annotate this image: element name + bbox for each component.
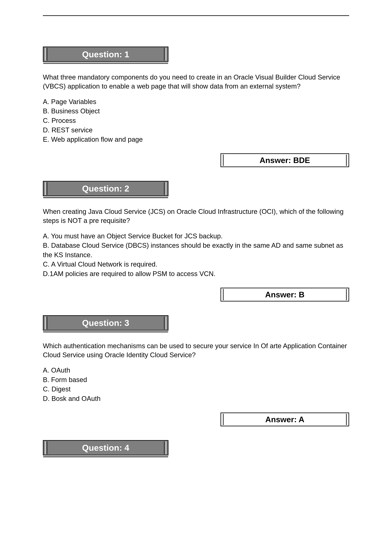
option: D.1AM policies are required to allow PSM… <box>43 269 349 278</box>
question-options: A. You must have an Object Service Bucke… <box>43 231 349 278</box>
answer-box: Answer: B <box>220 288 349 301</box>
option: D. REST service <box>43 125 349 135</box>
question-title: Question: 1 <box>82 49 129 59</box>
page-top-rule <box>43 15 349 16</box>
option: D. Bosk and OAuth <box>43 394 349 403</box>
option: A. OAuth <box>43 365 349 375</box>
option: C. A Virtual Cloud Network is required. <box>43 260 349 269</box>
question-banner: Question: 4 <box>43 440 168 455</box>
question-body: When creating Java Cloud Service (JCS) o… <box>43 207 349 278</box>
question-options: A. OAuth B. Form based C. Digest D. Bosk… <box>43 365 349 403</box>
answer-label: Answer: B <box>265 290 305 299</box>
option: C. Digest <box>43 384 349 394</box>
question-text: What three mandatory components do you n… <box>43 73 349 91</box>
answer-box: Answer: BDE <box>220 153 349 167</box>
question-body: Which authentication mechanisms can be u… <box>43 341 349 403</box>
option: A. You must have an Object Service Bucke… <box>43 231 349 241</box>
question-banner: Question: 2 <box>43 181 168 196</box>
question-title: Question: 3 <box>82 318 129 328</box>
answer-row: Answer: A <box>43 413 349 426</box>
option: B. Database Cloud Service (DBCS) instanc… <box>43 241 349 260</box>
question-text: When creating Java Cloud Service (JCS) o… <box>43 207 349 225</box>
option: B. Form based <box>43 375 349 385</box>
answer-label: Answer: A <box>265 415 304 424</box>
question-title: Question: 2 <box>82 183 129 193</box>
question-body: What three mandatory components do you n… <box>43 73 349 144</box>
answer-row: Answer: B <box>43 288 349 301</box>
question-banner: Question: 1 <box>43 47 168 62</box>
option: B. Business Object <box>43 106 349 116</box>
option: C. Process <box>43 116 349 125</box>
question-options: A. Page Variables B. Business Object C. … <box>43 97 349 144</box>
option: E. Web application flow and page <box>43 135 349 144</box>
question-title: Question: 4 <box>82 443 129 453</box>
option: A. Page Variables <box>43 97 349 106</box>
answer-box: Answer: A <box>220 413 349 426</box>
answer-label: Answer: BDE <box>260 156 310 165</box>
answer-row: Answer: BDE <box>43 153 349 167</box>
question-text: Which authentication mechanisms can be u… <box>43 341 349 359</box>
question-banner: Question: 3 <box>43 315 168 331</box>
